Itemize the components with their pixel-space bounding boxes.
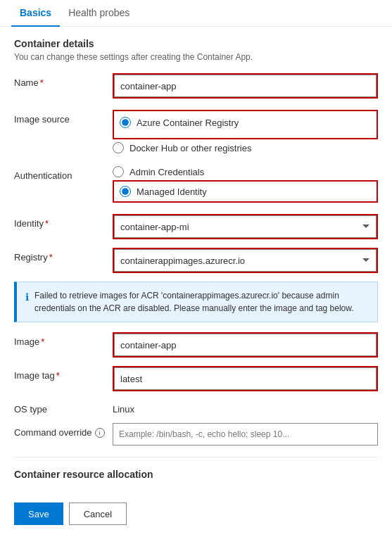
radio-managed-label: Managed Identity	[137, 187, 207, 197]
save-button[interactable]: Save	[14, 503, 63, 525]
radio-docker-label: Docker Hub or other registries	[129, 143, 251, 153]
os-type-row: OS type Linux	[14, 400, 378, 415]
image-control	[113, 332, 378, 358]
identity-dropdown[interactable]: container-app-mi	[114, 215, 377, 238]
info-box: ℹ Failed to retrieve images for ACR 'con…	[14, 282, 378, 322]
resource-section-title: Container resource allocation	[14, 469, 378, 480]
tab-basics[interactable]: Basics	[11, 0, 60, 27]
auth-group: Admin Credentials Managed Identity	[113, 166, 378, 203]
section-title: Container details	[14, 38, 378, 49]
os-type-control: Linux	[113, 400, 378, 415]
main-content: Container details You can change these s…	[0, 27, 392, 494]
command-override-label: Command override i	[14, 423, 113, 438]
radio-acr-label: Azure Container Registry	[137, 118, 239, 128]
image-source-control: Azure Container Registry Docker Hub or o…	[113, 110, 378, 158]
image-source-label: Image source	[14, 110, 113, 125]
image-tag-input[interactable]	[114, 367, 377, 390]
name-row: Name*	[14, 73, 378, 101]
info-icon: ℹ	[25, 290, 29, 305]
radio-admin-label: Admin Credentials	[129, 167, 204, 177]
footer: Save Cancel	[0, 494, 392, 533]
radio-acr[interactable]: Azure Container Registry	[120, 117, 371, 128]
identity-label: Identity*	[14, 214, 113, 229]
image-tag-control	[113, 366, 378, 391]
registry-control: containerappimages.azurecr.io	[113, 248, 378, 273]
tab-health-probes[interactable]: Health probes	[60, 0, 138, 27]
authentication-control: Admin Credentials Managed Identity	[113, 166, 378, 206]
image-row: Image*	[14, 332, 378, 358]
name-label: Name*	[14, 73, 113, 88]
tab-bar: Basics Health probes	[0, 0, 392, 27]
cancel-button[interactable]: Cancel	[69, 503, 127, 525]
registry-label: Registry*	[14, 248, 113, 263]
image-label: Image*	[14, 332, 113, 347]
image-input[interactable]	[114, 334, 377, 356]
section-divider	[14, 457, 378, 457]
radio-admin[interactable]: Admin Credentials	[113, 166, 378, 177]
registry-row: Registry* containerappimages.azurecr.io	[14, 248, 378, 273]
authentication-row: Authentication Admin Credentials Managed…	[14, 166, 378, 206]
image-source-row: Image source Azure Container Registry Do…	[14, 110, 378, 158]
section-description: You can change these settings after crea…	[14, 52, 378, 62]
command-override-row: Command override i	[14, 423, 378, 446]
name-control	[113, 73, 378, 101]
os-type-label: OS type	[14, 400, 113, 415]
name-input[interactable]	[114, 75, 377, 97]
image-tag-label: Image tag*	[14, 366, 113, 381]
command-override-control	[113, 423, 378, 446]
os-type-value: Linux	[113, 400, 378, 415]
authentication-label: Authentication	[14, 166, 113, 181]
command-info-icon[interactable]: i	[95, 428, 105, 438]
info-message: Failed to retrieve images for ACR 'conta…	[34, 289, 369, 315]
command-override-input[interactable]	[113, 423, 378, 446]
registry-dropdown[interactable]: containerappimages.azurecr.io	[114, 249, 377, 272]
radio-docker[interactable]: Docker Hub or other registries	[113, 142, 378, 153]
registry-label-text: Registry	[14, 252, 48, 263]
radio-managed[interactable]: Managed Identity	[120, 186, 371, 197]
identity-row: Identity* container-app-mi	[14, 214, 378, 239]
image-tag-row: Image tag*	[14, 366, 378, 391]
identity-control: container-app-mi	[113, 214, 378, 239]
